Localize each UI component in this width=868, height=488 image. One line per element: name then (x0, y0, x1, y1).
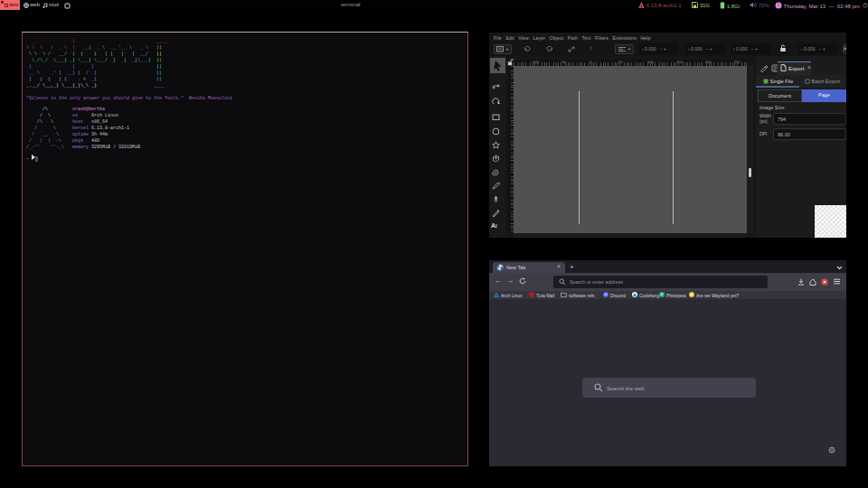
svg-text:P: P (660, 293, 663, 297)
